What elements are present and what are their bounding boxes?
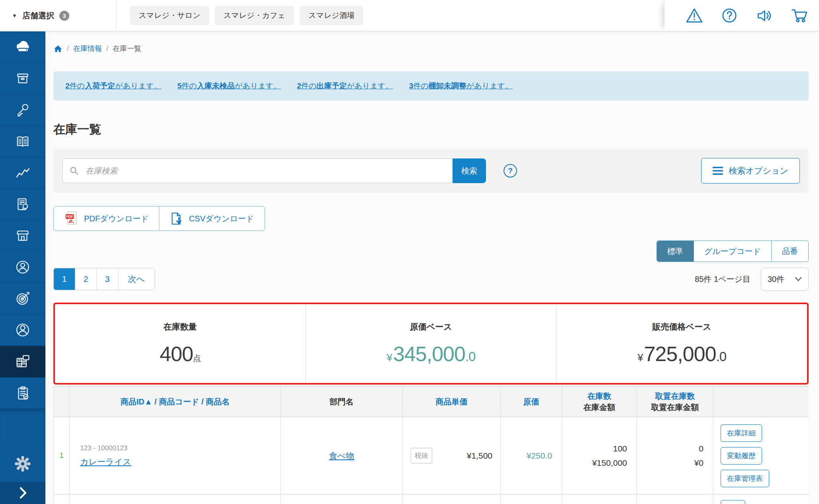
sidebar-item-analytics[interactable]: [0, 157, 45, 189]
csv-download-button[interactable]: CSVダウンロード: [159, 207, 264, 231]
header-hold-stock: 取置在庫数 取置在庫金額: [637, 387, 713, 417]
cloud-icon: [14, 38, 31, 56]
search-input[interactable]: [62, 158, 453, 183]
topbar-icon-area: [664, 0, 819, 31]
summary-sales-price-base: 販売価格ベース ¥725,000.0: [556, 304, 807, 383]
stock-sheet-button[interactable]: 在庫管理表: [721, 470, 769, 487]
store-tab-sakaba[interactable]: スマレジ酒場: [300, 6, 363, 25]
search-options-button[interactable]: 検索オプション: [701, 158, 800, 184]
member-icon: [14, 258, 31, 276]
sidebar-item-auth[interactable]: [0, 94, 45, 126]
target-icon: [14, 290, 31, 307]
header-stock: 在庫数 在庫金額: [562, 387, 637, 417]
pager-row: 1 2 3 次へ 85件 1ページ目 30件: [53, 268, 809, 291]
store-selector[interactable]: ▼ 店舗選択 3: [0, 0, 116, 31]
sidebar-item-home[interactable]: [0, 31, 45, 63]
topbar: ▼ 店舗選択 3 スマレジ・サロン スマレジ・カフェ スマレジ酒場: [0, 0, 819, 31]
breadcrumb-separator: /: [106, 45, 108, 53]
sidebar-item-stores[interactable]: [0, 220, 45, 252]
result-count: 85件 1ページ目: [695, 274, 750, 285]
header-stock-qty-sort[interactable]: 在庫数: [588, 391, 611, 402]
pdf-download-button[interactable]: PDF PDFダウンロード: [54, 207, 159, 231]
sidebar-item-products[interactable]: [0, 63, 45, 94]
search-help-icon[interactable]: ?: [504, 164, 517, 178]
page-button-1[interactable]: 1: [54, 268, 75, 290]
per-page-select[interactable]: 30件: [761, 268, 809, 291]
breadcrumb: / 在庫情報 / 在庫一覧: [53, 43, 809, 54]
department-cell: 食べ物: [281, 417, 403, 494]
summary-band-annotation-red-box: 在庫数量 400点 原価ベース ¥345,000.0 販売価格ベース ¥725,…: [53, 303, 809, 385]
next-page-button[interactable]: 次へ: [118, 268, 155, 290]
sidebar-expand[interactable]: [0, 482, 45, 504]
header-product-sort[interactable]: 商品ID▲ / 商品コード / 商品名: [70, 387, 281, 417]
hamburger-icon: [713, 166, 723, 175]
page-title: 在庫一覧: [53, 121, 809, 138]
stock-detail-button[interactable]: [721, 500, 745, 504]
header-hold-qty-sort[interactable]: 取置在庫数: [655, 391, 695, 402]
chevron-right-icon: [15, 485, 31, 501]
book-icon: [14, 133, 31, 150]
department-link[interactable]: 食べ物: [329, 450, 355, 461]
sidebar-item-members[interactable]: [0, 252, 45, 283]
store-tab-salon[interactable]: スマレジ・サロン: [130, 6, 209, 25]
download-buttons: PDF PDFダウンロード CSVダウンロード: [53, 206, 265, 231]
cart-icon[interactable]: [790, 6, 809, 25]
search-button[interactable]: 検索: [453, 158, 486, 183]
change-history-button[interactable]: 変動履歴: [721, 447, 762, 465]
chevron-down-icon: [795, 277, 802, 281]
notif-link-incoming[interactable]: 2件の入荷予定があります。: [65, 81, 161, 91]
notification-bar: 2件の入荷予定があります。 5件の入庫未検品があります。 2件の出庫予定がありま…: [53, 71, 809, 101]
home-icon[interactable]: [53, 44, 63, 53]
unit-price-value: ¥1,500: [467, 451, 492, 461]
gear-icon: [14, 455, 32, 473]
view-tabs-row: 標準 グループコード 品番: [53, 240, 809, 262]
header-cost-sort[interactable]: 原価: [501, 387, 562, 417]
sidebar-item-settings[interactable]: [0, 446, 45, 482]
header-department: 部門名: [281, 387, 403, 417]
view-tab-groupcode[interactable]: グループコード: [694, 241, 771, 262]
svg-text:PDF: PDF: [66, 215, 74, 219]
main-content: / 在庫情報 / 在庫一覧 2件の入荷予定があります。 5件の入庫未検品がありま…: [45, 31, 819, 504]
view-tab-productno[interactable]: 品番: [771, 241, 808, 262]
caret-down-icon: ▼: [12, 13, 17, 19]
archive-box-icon: [14, 70, 31, 87]
page-button-3[interactable]: 3: [97, 268, 118, 290]
store-tab-cafe[interactable]: スマレジ・カフェ: [215, 6, 294, 25]
summary-cost-base: 原価ベース ¥345,000.0: [306, 304, 556, 383]
notif-link-outgoing[interactable]: 2件の出庫予定があります。: [297, 81, 393, 91]
page-button-2[interactable]: 2: [75, 268, 97, 290]
table-row-partial: [54, 494, 809, 504]
sidebar-item-inventory[interactable]: [0, 346, 45, 377]
sidebar-item-staff[interactable]: [0, 315, 45, 346]
report-search-icon: [14, 196, 31, 213]
sidebar-item-ledger[interactable]: [0, 126, 45, 157]
actions-cell: 在庫詳細 変動履歴 在庫管理表: [713, 417, 809, 494]
inventory-table: 商品ID▲ / 商品コード / 商品名 部門名 商品単価 原価 在庫数 在庫金額…: [53, 386, 809, 504]
store-count-badge: 3: [59, 11, 69, 21]
hold-qty: 0: [694, 441, 703, 456]
header-unit-price-sort[interactable]: 商品単価: [403, 387, 501, 417]
help-icon[interactable]: [720, 6, 739, 25]
summary-stock-quantity: 在庫数量 400点: [55, 304, 306, 383]
stock-cell: 100 ¥150,000: [562, 417, 637, 494]
notif-link-uninspected[interactable]: 5件の入庫未検品があります。: [177, 81, 281, 91]
view-tab-standard[interactable]: 標準: [657, 241, 694, 262]
pdf-icon: PDF: [64, 211, 78, 227]
sidebar-item-stocktake[interactable]: [0, 377, 45, 409]
stock-qty: 100: [592, 441, 627, 456]
product-id-code: 123 - 10000123: [80, 444, 127, 452]
sidebar-item-campaigns[interactable]: [0, 283, 45, 315]
product-name-link[interactable]: カレーライス: [80, 456, 131, 467]
store-tabs: スマレジ・サロン スマレジ・カフェ スマレジ酒場: [130, 6, 363, 25]
store-selector-label: 店舗選択: [22, 10, 54, 21]
unit-price-cell: 税抜 ¥1,500: [403, 417, 501, 494]
storefront-icon: [14, 227, 31, 244]
stock-detail-button[interactable]: 在庫詳細: [721, 424, 762, 442]
breadcrumb-section[interactable]: 在庫情報: [73, 44, 102, 53]
sidebar-item-reports[interactable]: [0, 189, 45, 220]
megaphone-icon[interactable]: [755, 6, 774, 25]
header-actions: [713, 387, 809, 417]
sidebar: [0, 31, 45, 504]
warning-icon[interactable]: [685, 6, 703, 25]
notif-link-stocktake[interactable]: 3件の棚卸未調整があります。: [409, 81, 513, 91]
